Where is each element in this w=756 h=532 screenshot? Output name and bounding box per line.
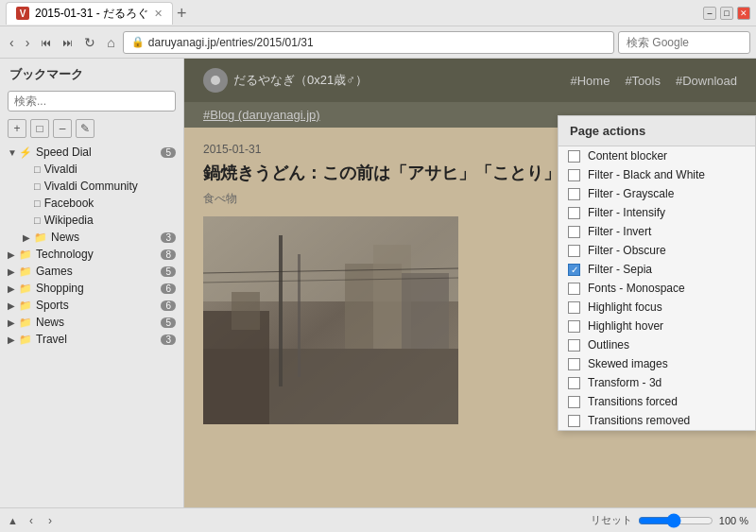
new-tab-button[interactable]: +: [177, 5, 187, 22]
minimize-button[interactable]: –: [703, 7, 716, 20]
tree-item-shopping[interactable]: ▶ 📁 Shopping 6: [0, 280, 183, 297]
page-action-checkbox[interactable]: [568, 320, 580, 333]
tree-item-sports[interactable]: ▶ 📁 Sports 6: [0, 297, 183, 314]
page-action-item[interactable]: Transform - 3d: [558, 373, 755, 392]
vivaldi-community-label: Vivaldi Community: [44, 180, 176, 193]
status-forward-button[interactable]: ›: [44, 512, 56, 529]
speed-dial-icon: ⚡: [19, 146, 32, 159]
news-child-count: 3: [161, 232, 176, 243]
page-action-label: Filter - Obscure: [588, 244, 666, 257]
article-image: [203, 216, 458, 424]
page-action-checkbox[interactable]: ✓: [568, 264, 580, 276]
tree-item-travel[interactable]: ▶ 📁 Travel 3: [0, 331, 183, 348]
tree-item-games[interactable]: ▶ 📁 Games 5: [0, 263, 183, 280]
page-action-checkbox[interactable]: [568, 301, 580, 314]
zoom-slider[interactable]: [638, 513, 713, 528]
page-action-checkbox[interactable]: [568, 169, 580, 181]
status-icon: ▲: [8, 515, 18, 526]
page-action-item[interactable]: Filter - Intensify: [558, 203, 755, 222]
page-action-checkbox[interactable]: [568, 415, 580, 427]
content-area: だるやなぎ（0x21歳♂） #Home #Tools #Download #Bl…: [184, 59, 756, 507]
games-label: Games: [36, 265, 157, 278]
tree-item-news[interactable]: ▶ 📁 News 5: [0, 314, 183, 331]
home-button[interactable]: ⌂: [103, 33, 118, 52]
page-action-checkbox[interactable]: [568, 226, 580, 238]
logo-dot: [211, 76, 220, 85]
edit-bookmark-button[interactable]: ✎: [76, 119, 94, 138]
svg-rect-6: [279, 235, 283, 386]
maximize-button[interactable]: □: [720, 7, 733, 20]
page-action-item[interactable]: Transitions forced: [558, 392, 755, 411]
reset-label: リセット: [591, 513, 632, 527]
page-action-checkbox[interactable]: [568, 396, 580, 408]
page-action-label: Fonts - Monospace: [588, 282, 685, 295]
page-action-item[interactable]: Highlight hover: [558, 317, 755, 335]
page-action-checkbox[interactable]: [568, 283, 580, 295]
tree-item-speed-dial[interactable]: ▼ ⚡ Speed Dial 5: [0, 144, 183, 161]
page-action-item[interactable]: Filter - Grayscale: [558, 184, 755, 203]
tab-close-button[interactable]: ✕: [154, 8, 163, 20]
tree-item-vivaldi-community[interactable]: □ Vivaldi Community: [0, 178, 183, 195]
page-action-item[interactable]: Content blocker: [558, 146, 755, 165]
add-folder-button[interactable]: □: [30, 119, 49, 138]
page-action-checkbox[interactable]: [568, 245, 580, 257]
page-icon: □: [34, 197, 41, 209]
page-action-item[interactable]: Fonts - Monospace: [558, 279, 755, 298]
speed-dial-count: 5: [161, 147, 176, 158]
browser-tab[interactable]: V 2015-01-31 - だるろぐ ✕: [6, 2, 173, 25]
nav-home[interactable]: #Home: [570, 74, 610, 88]
page-action-label: Filter - Sepia: [588, 263, 652, 276]
nav-download[interactable]: #Download: [676, 74, 737, 88]
tab-favicon: V: [16, 7, 29, 20]
page-action-checkbox[interactable]: [568, 150, 580, 163]
search-input[interactable]: [618, 31, 750, 54]
technology-count: 8: [161, 249, 176, 260]
wikipedia-label: Wikipedia: [44, 214, 176, 227]
page-action-item[interactable]: Skewed images: [558, 354, 755, 373]
page-action-item[interactable]: Highlight focus: [558, 298, 755, 317]
page-action-item[interactable]: ✓Filter - Sepia: [558, 260, 755, 279]
remove-bookmark-button[interactable]: –: [53, 119, 72, 138]
tree-arrow-speed-dial: ▼: [8, 147, 19, 158]
page-action-item[interactable]: Filter - Black and White: [558, 165, 755, 184]
page-action-item[interactable]: Outlines: [558, 335, 755, 354]
page-actions-list: Content blockerFilter - Black and WhiteF…: [558, 146, 755, 430]
tree-item-news-child[interactable]: ▶ 📁 News 3: [0, 229, 183, 246]
status-back-button[interactable]: ‹: [26, 512, 37, 529]
nav-blog[interactable]: #Blog (daruyanagi.jp): [203, 108, 320, 122]
sidebar-toolbar: + □ – ✎: [0, 115, 183, 142]
address-text: daruyanagi.jp/entries/2015/01/31: [148, 36, 314, 49]
page-action-label: Transform - 3d: [588, 376, 662, 389]
tree-item-vivaldi[interactable]: □ Vivaldi: [0, 161, 183, 178]
svg-rect-5: [402, 273, 449, 349]
page-action-checkbox[interactable]: [568, 188, 580, 200]
page-action-checkbox[interactable]: [568, 358, 580, 370]
sidebar-search-input[interactable]: [8, 91, 176, 112]
page-action-item[interactable]: Transitions removed: [558, 411, 755, 430]
first-button[interactable]: ⏮: [37, 35, 55, 50]
page-action-checkbox[interactable]: [568, 339, 580, 352]
nav-tools[interactable]: #Tools: [625, 74, 661, 88]
folder-icon: 📁: [19, 317, 32, 329]
forward-button[interactable]: ›: [22, 33, 34, 52]
news-label: News: [36, 316, 157, 329]
sidebar: ブックマーク + □ – ✎ ▼ ⚡ Speed Dial 5 □ Vivald…: [0, 59, 184, 507]
reload-button[interactable]: ↻: [80, 33, 99, 52]
page-action-item[interactable]: Filter - Invert: [558, 222, 755, 241]
add-bookmark-button[interactable]: +: [8, 119, 26, 138]
address-bar[interactable]: 🔒 daruyanagi.jp/entries/2015/01/31: [123, 31, 614, 54]
tree-item-facebook[interactable]: □ Facebook: [0, 195, 183, 212]
last-button[interactable]: ⏭: [59, 35, 77, 50]
tree-item-wikipedia[interactable]: □ Wikipedia: [0, 212, 183, 229]
page-action-checkbox[interactable]: [568, 207, 580, 219]
sidebar-title: ブックマーク: [0, 59, 183, 87]
page-action-label: Transitions forced: [588, 395, 678, 408]
close-button[interactable]: ✕: [737, 7, 750, 20]
news-child-label: News: [51, 231, 157, 244]
folder-icon: 📁: [19, 334, 32, 346]
back-button[interactable]: ‹: [6, 33, 18, 52]
page-action-label: Skewed images: [588, 357, 668, 370]
page-action-item[interactable]: Filter - Obscure: [558, 241, 755, 260]
tree-item-technology[interactable]: ▶ 📁 Technology 8: [0, 246, 183, 263]
page-action-checkbox[interactable]: [568, 377, 580, 389]
